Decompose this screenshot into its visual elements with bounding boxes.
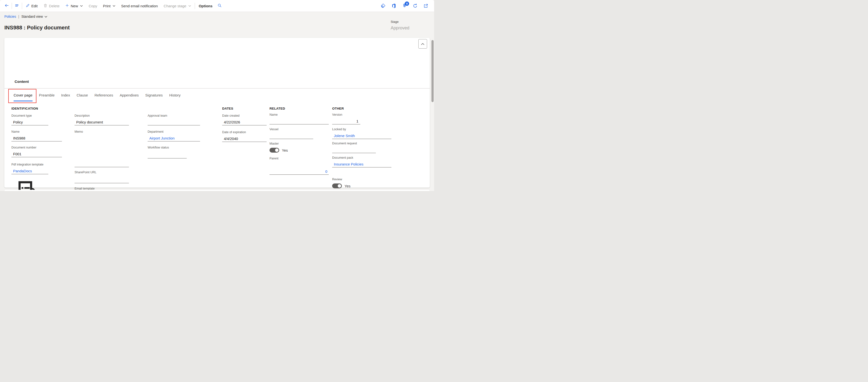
pdf-integration-template-link[interactable]: PandaDocs bbox=[11, 169, 48, 174]
change-stage-button[interactable]: Change stage bbox=[161, 0, 194, 12]
name-input[interactable]: INS988 bbox=[11, 136, 62, 141]
field-document-type: Document type Policy bbox=[11, 114, 48, 125]
field-label: Version bbox=[332, 113, 360, 117]
send-email-label: Send email notification bbox=[121, 4, 158, 8]
field-locked-by: Locked by Jolene Smith bbox=[332, 127, 392, 139]
send-email-notification-button[interactable]: Send email notification bbox=[118, 0, 161, 12]
popout-icon[interactable] bbox=[424, 3, 428, 8]
nav-menu-icon bbox=[15, 3, 19, 8]
tab-appendixes[interactable]: Appendixes bbox=[120, 93, 138, 101]
related-name-input[interactable] bbox=[270, 119, 329, 124]
approval-team-input[interactable] bbox=[148, 120, 200, 125]
stage-label: Stage bbox=[391, 20, 409, 24]
sharepoint-url-input[interactable] bbox=[74, 176, 129, 183]
field-version: Version 1 bbox=[332, 113, 360, 124]
master-toggle[interactable] bbox=[270, 148, 279, 153]
collapse-section-button[interactable] bbox=[418, 39, 427, 49]
date-of-expiration-input[interactable]: 4/4/2040 bbox=[222, 136, 267, 142]
field-label: Document pack bbox=[332, 156, 392, 160]
new-button[interactable]: New bbox=[62, 0, 86, 12]
review-toggle[interactable] bbox=[332, 183, 342, 188]
field-label: Document request bbox=[332, 141, 376, 146]
document-type-input[interactable]: Policy bbox=[11, 120, 48, 125]
copy-label: Copy bbox=[89, 4, 97, 8]
field-label: Name bbox=[270, 113, 329, 117]
field-pdf-integration-template: Pdf integration template PandaDocs bbox=[11, 163, 48, 174]
chevron-down-icon bbox=[113, 5, 115, 7]
view-selector[interactable]: Standard view bbox=[21, 14, 48, 19]
field-label: Memo bbox=[74, 130, 129, 134]
search-icon bbox=[218, 3, 222, 8]
search-button[interactable] bbox=[215, 0, 224, 12]
locked-by-link[interactable]: Jolene Smith bbox=[332, 134, 392, 139]
attachments-count-badge: 0 bbox=[405, 1, 409, 6]
field-review: Review Yes bbox=[332, 177, 350, 188]
collapse-chevron-up-icon bbox=[421, 42, 425, 46]
delete-button[interactable]: Delete bbox=[40, 0, 62, 12]
section-header-identification: IDENTIFICATION bbox=[11, 107, 38, 110]
field-label: Vessel bbox=[270, 127, 313, 131]
field-date-created: Date created 4/22/2026 bbox=[222, 114, 267, 125]
tab-preamble[interactable]: Preamble bbox=[39, 93, 55, 101]
field-document-number: Document number F001 bbox=[11, 146, 62, 157]
stage-block: Stage Approved bbox=[391, 20, 409, 31]
memo-input[interactable] bbox=[74, 136, 129, 167]
options-button[interactable]: Options bbox=[196, 0, 215, 12]
field-date-of-expiration: Date of expiration 4/4/2040 bbox=[222, 130, 267, 142]
field-label: Locked by bbox=[332, 127, 392, 131]
field-description: Description Policy document bbox=[74, 114, 129, 125]
content-card: Content Cover page Preamble Index Clause… bbox=[4, 38, 430, 187]
field-name: Name INS988 bbox=[11, 130, 62, 141]
document-pack-link[interactable]: Insurance Policies bbox=[332, 162, 392, 168]
document-request-input[interactable] bbox=[332, 147, 376, 153]
tab-history[interactable]: History bbox=[169, 93, 181, 101]
edit-pencil-icon bbox=[26, 4, 30, 8]
refresh-icon[interactable] bbox=[413, 3, 417, 8]
nav-menu-button[interactable] bbox=[12, 0, 21, 12]
office-icon[interactable] bbox=[392, 3, 396, 8]
tab-clause[interactable]: Clause bbox=[76, 93, 88, 101]
document-number-input[interactable]: F001 bbox=[11, 152, 62, 157]
field-label: Master bbox=[270, 142, 288, 146]
version-input[interactable]: 1 bbox=[332, 119, 360, 124]
field-memo: Memo bbox=[74, 130, 129, 167]
copy-button[interactable]: Copy bbox=[86, 0, 100, 12]
description-input[interactable]: Policy document bbox=[74, 120, 129, 125]
tab-references[interactable]: References bbox=[94, 93, 113, 101]
command-bar-right: 0 bbox=[381, 3, 434, 9]
print-button[interactable]: Print bbox=[100, 0, 118, 12]
attachments-button[interactable]: 0 bbox=[402, 3, 407, 9]
dynamics-app-icon[interactable] bbox=[381, 3, 385, 8]
field-label: Name bbox=[11, 130, 62, 134]
field-label: Department bbox=[148, 130, 200, 134]
options-label: Options bbox=[198, 4, 212, 8]
vertical-scrollbar[interactable] bbox=[431, 40, 434, 102]
date-created-input[interactable]: 4/22/2026 bbox=[222, 120, 267, 125]
field-related-name: Name bbox=[270, 113, 329, 124]
field-label: Workflow status bbox=[148, 146, 187, 150]
workflow-status-input[interactable] bbox=[148, 152, 187, 158]
parent-input[interactable]: 0 bbox=[270, 163, 329, 175]
breadcrumb-policies-link[interactable]: Policies bbox=[4, 14, 16, 19]
document-edit-icon bbox=[17, 180, 37, 191]
tab-cover-page[interactable]: Cover page bbox=[13, 93, 33, 101]
back-button[interactable] bbox=[2, 0, 11, 12]
delete-label: Delete bbox=[49, 4, 60, 8]
edit-button[interactable]: Edit bbox=[23, 0, 40, 12]
department-link[interactable]: Airport Junction bbox=[148, 136, 200, 141]
command-bar: Edit Delete New Copy Prin bbox=[0, 0, 434, 12]
breadcrumb: Policies | Standard view bbox=[4, 14, 48, 19]
vessel-input[interactable] bbox=[270, 134, 313, 139]
field-document-pack: Document pack Insurance Policies bbox=[332, 156, 392, 168]
field-label: Document type bbox=[11, 114, 48, 118]
field-vessel: Vessel bbox=[270, 127, 313, 139]
tab-index[interactable]: Index bbox=[61, 93, 70, 101]
field-department: Department Airport Junction bbox=[148, 130, 200, 141]
field-label: Date created bbox=[222, 114, 267, 118]
next-section-card[interactable] bbox=[4, 190, 430, 191]
breadcrumb-separator: | bbox=[18, 14, 19, 19]
edit-label: Edit bbox=[31, 4, 38, 8]
field-label: Approval team bbox=[148, 114, 200, 118]
chevron-down-icon bbox=[80, 5, 83, 7]
tab-signatures[interactable]: Signatures bbox=[145, 93, 163, 101]
